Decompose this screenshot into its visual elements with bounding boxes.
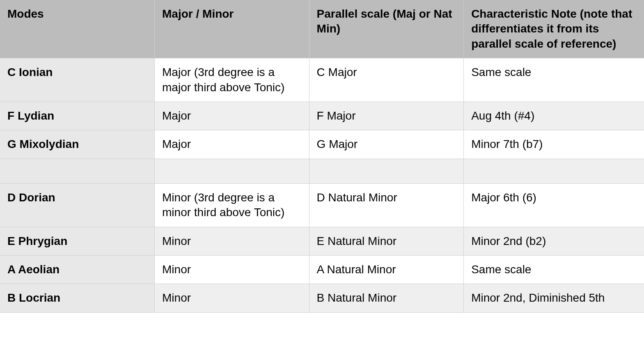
cell-characteristic: Minor 2nd, Diminished 5th xyxy=(464,284,644,312)
cell-parallel: E Natural Minor xyxy=(309,227,464,255)
table-row: A Aeolian Minor A Natural Minor Same sca… xyxy=(0,255,644,284)
cell-quality: Minor xyxy=(155,227,309,255)
cell-characteristic: Major 6th (6) xyxy=(464,183,644,227)
cell-mode: E Phrygian xyxy=(0,227,155,255)
table-row: E Phrygian Minor E Natural Minor Minor 2… xyxy=(0,227,644,255)
table-row: B Locrian Minor B Natural Minor Minor 2n… xyxy=(0,284,644,312)
cell-quality: Minor xyxy=(155,284,309,312)
cell-characteristic: Minor 2nd (b2) xyxy=(464,227,644,255)
table-row: C Ionian Major (3rd degree is a major th… xyxy=(0,58,644,102)
table-row: D Dorian Minor (3rd degree is a minor th… xyxy=(0,183,644,227)
modes-table: Modes Major / Minor Parallel scale (Maj … xyxy=(0,0,644,313)
cell-parallel: A Natural Minor xyxy=(309,255,464,284)
cell-mode: G Mixolydian xyxy=(0,130,155,159)
table-header-row: Modes Major / Minor Parallel scale (Maj … xyxy=(0,0,644,58)
cell-mode: A Aeolian xyxy=(0,255,155,284)
table-row-spacer xyxy=(0,159,644,183)
header-parallel: Parallel scale (Maj or Nat Min) xyxy=(309,0,464,58)
table-row: F Lydian Major F Major Aug 4th (#4) xyxy=(0,102,644,130)
cell-quality: Major (3rd degree is a major third above… xyxy=(155,58,309,102)
cell-characteristic: Minor 7th (b7) xyxy=(464,130,644,159)
cell-characteristic: Aug 4th (#4) xyxy=(464,102,644,130)
cell-parallel: D Natural Minor xyxy=(309,183,464,227)
cell-quality: Minor xyxy=(155,255,309,284)
cell-mode: D Dorian xyxy=(0,183,155,227)
cell-quality: Major xyxy=(155,130,309,159)
header-modes: Modes xyxy=(0,0,155,58)
cell-quality: Major xyxy=(155,102,309,130)
cell-mode: F Lydian xyxy=(0,102,155,130)
cell-parallel: C Major xyxy=(309,58,464,102)
cell-parallel: G Major xyxy=(309,130,464,159)
header-characteristic: Characteristic Note (note that different… xyxy=(464,0,644,58)
cell-parallel xyxy=(309,159,464,183)
cell-mode: B Locrian xyxy=(0,284,155,312)
cell-parallel: F Major xyxy=(309,102,464,130)
table-row: G Mixolydian Major G Major Minor 7th (b7… xyxy=(0,130,644,159)
cell-characteristic: Same scale xyxy=(464,255,644,284)
cell-mode xyxy=(0,159,155,183)
cell-mode: C Ionian xyxy=(0,58,155,102)
cell-characteristic: Same scale xyxy=(464,58,644,102)
cell-quality xyxy=(155,159,309,183)
cell-parallel: B Natural Minor xyxy=(309,284,464,312)
cell-characteristic xyxy=(464,159,644,183)
header-major-minor: Major / Minor xyxy=(155,0,309,58)
cell-quality: Minor (3rd degree is a minor third above… xyxy=(155,183,309,227)
